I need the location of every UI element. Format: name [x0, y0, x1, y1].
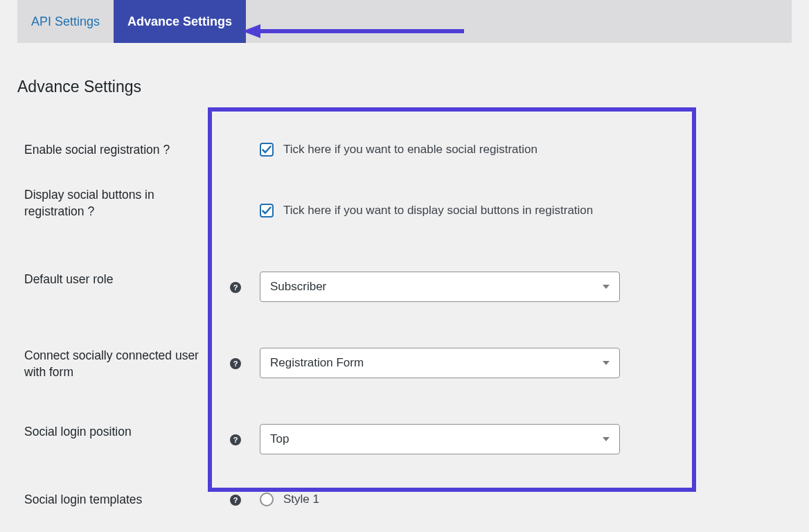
radio-label-style-1: Style 1 — [283, 493, 319, 506]
label-social-login-position: Social login position — [17, 401, 218, 477]
hint-display-social-buttons: Tick here if you want to display social … — [283, 204, 593, 218]
checkbox-display-social-buttons[interactable] — [260, 204, 274, 218]
label-display-social-buttons: Display social buttons in registration ? — [17, 172, 218, 249]
checkbox-enable-social-registration[interactable] — [260, 143, 274, 157]
page-title: Advance Settings — [17, 78, 792, 96]
checkmark-icon — [262, 145, 272, 154]
help-icon[interactable]: ? — [230, 434, 241, 445]
radio-style-1[interactable] — [260, 493, 274, 506]
help-icon[interactable]: ? — [230, 358, 241, 369]
select-social-login-position[interactable]: Top — [260, 424, 620, 454]
label-social-login-templates: Social login templates — [17, 477, 218, 522]
tab-api-settings[interactable]: API Settings — [17, 0, 114, 43]
label-default-user-role: Default user role — [17, 249, 218, 325]
hint-enable-social-registration: Tick here if you want to enable social r… — [283, 143, 537, 157]
tab-advance-settings[interactable]: Advance Settings — [114, 0, 246, 43]
select-value: Top — [270, 432, 289, 446]
settings-form: Enable social registration ? Tick here i… — [17, 127, 792, 522]
help-icon[interactable]: ? — [230, 495, 241, 506]
content-area: Advance Settings Enable social registrat… — [0, 43, 809, 522]
select-value: Registration Form — [270, 356, 364, 370]
tabs-container: API Settings Advance Settings — [17, 0, 792, 43]
select-value: Subscriber — [270, 280, 326, 294]
label-enable-social-registration: Enable social registration ? — [17, 127, 218, 172]
select-connect-socially[interactable]: Registration Form — [260, 348, 620, 378]
checkmark-icon — [262, 206, 272, 215]
select-default-user-role[interactable]: Subscriber — [260, 272, 620, 302]
help-icon[interactable]: ? — [230, 282, 241, 293]
label-connect-socially: Connect socially connected user with for… — [17, 325, 218, 401]
